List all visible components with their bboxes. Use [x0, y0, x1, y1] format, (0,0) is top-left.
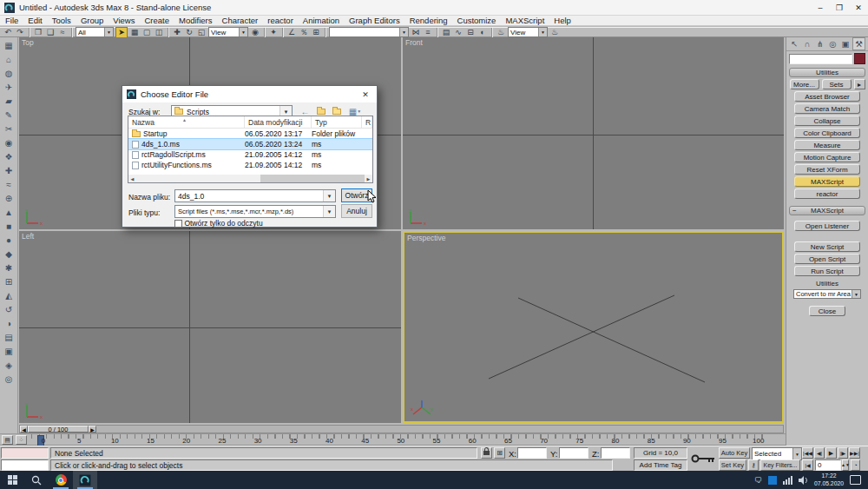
left-toolbar-icon[interactable]: ✈: [2, 81, 16, 94]
rectangular-selection-icon[interactable]: ▢: [141, 28, 152, 37]
go-to-start-icon[interactable]: |◀◀: [802, 447, 813, 459]
close-utility-button[interactable]: Close: [809, 306, 845, 316]
dropdown-arrow-icon[interactable]: ▼: [792, 448, 801, 459]
column-size[interactable]: R: [362, 116, 372, 128]
left-toolbar-icon[interactable]: ▤: [2, 331, 16, 344]
maxscript-rollout-header[interactable]: −MAXScript: [789, 206, 865, 215]
filename-input[interactable]: 4ds_1.0 ▼: [174, 189, 336, 202]
set-keys-icon[interactable]: ⚷: [748, 459, 759, 471]
time-slider-thumb[interactable]: 0 / 100: [28, 426, 89, 433]
menu-reactor[interactable]: reactor: [267, 16, 293, 25]
z-coordinate-field[interactable]: [601, 447, 630, 459]
column-date-modified[interactable]: Data modyfikacji: [245, 116, 312, 128]
window-crossing-icon[interactable]: ◫: [154, 28, 164, 37]
select-and-link-icon[interactable]: ❐: [33, 28, 43, 37]
left-toolbar-icon[interactable]: ●: [2, 234, 16, 247]
left-toolbar-icon[interactable]: ◉: [2, 136, 16, 149]
viewport-top-label[interactable]: Top: [22, 38, 34, 47]
menu-modifiers[interactable]: Modifiers: [179, 16, 213, 25]
utilities-rollout-header[interactable]: Utilities: [789, 68, 865, 77]
maxscript-utility-dropdown[interactable]: Convert to mr Area Li▼: [793, 289, 861, 299]
select-object-icon[interactable]: ➤: [115, 27, 128, 38]
align-icon[interactable]: ≡: [423, 28, 433, 37]
scrollbar-thumb[interactable]: [260, 175, 365, 182]
select-and-move-icon[interactable]: ✚: [172, 28, 182, 37]
menu-help[interactable]: Help: [554, 16, 571, 25]
current-frame-field[interactable]: 0: [815, 459, 841, 471]
modify-tab-icon[interactable]: ∩: [801, 38, 812, 50]
menu-tools[interactable]: Tools: [52, 16, 71, 25]
show-keys-button[interactable]: ⁘: [16, 435, 27, 445]
auto-key-button[interactable]: Auto Key: [719, 447, 750, 459]
left-toolbar-icon[interactable]: ✱: [2, 261, 16, 274]
redo-icon[interactable]: ↷: [15, 28, 25, 37]
go-to-end-icon[interactable]: ▶▶|: [849, 447, 860, 459]
menu-rendering[interactable]: Rendering: [410, 16, 448, 25]
left-toolbar-icon[interactable]: ▣: [2, 345, 16, 358]
angle-snap-icon[interactable]: ％: [299, 28, 309, 37]
mini-listener-macro-line[interactable]: [1, 447, 49, 459]
menu-animation[interactable]: Animation: [303, 16, 339, 25]
left-toolbar-icon[interactable]: ❖: [2, 150, 16, 163]
left-toolbar-icon[interactable]: ▲: [2, 206, 16, 219]
readonly-checkbox[interactable]: Otwórz tylko do odczytu: [174, 219, 263, 228]
viewport-left-label[interactable]: Left: [22, 232, 34, 241]
select-and-scale-icon[interactable]: ◱: [196, 28, 207, 37]
unlink-selection-icon[interactable]: ❑: [45, 28, 56, 37]
column-name[interactable]: Nazwa: [128, 116, 245, 128]
hierarchy-tab-icon[interactable]: ⋔: [814, 38, 825, 50]
viewport-front-label[interactable]: Front: [405, 38, 423, 47]
undo-icon[interactable]: ↶: [3, 28, 13, 37]
menu-character[interactable]: Character: [222, 16, 259, 25]
scroll-left-icon[interactable]: ◀: [128, 175, 136, 182]
utility-maxscript-button[interactable]: MAXScript: [794, 176, 860, 187]
dropdown-arrow-icon[interactable]: ▼: [852, 290, 860, 298]
viewport-left[interactable]: Left xy: [19, 231, 401, 423]
column-type[interactable]: Typ: [312, 116, 362, 128]
select-by-name-icon[interactable]: ▦: [129, 28, 140, 37]
previous-frame-arrow-icon[interactable]: ◀: [20, 426, 28, 433]
material-editor-icon[interactable]: ◐: [477, 28, 488, 37]
create-tab-icon[interactable]: ↖: [789, 38, 800, 50]
schematic-view-icon[interactable]: ⊟: [465, 28, 476, 37]
utility-asset-browser-button[interactable]: Asset Browser: [794, 91, 860, 102]
action-center-icon[interactable]: [850, 475, 861, 485]
open-listener-button[interactable]: Open Listener: [794, 221, 860, 231]
set-key-button[interactable]: Set Key: [719, 459, 746, 471]
object-color-swatch[interactable]: [854, 53, 865, 64]
menu-file[interactable]: File: [5, 16, 18, 25]
named-selection-sets-dropdown[interactable]: ▼: [329, 27, 409, 37]
previous-frame-icon[interactable]: ◀|: [814, 447, 825, 459]
menu-create[interactable]: Create: [144, 16, 169, 25]
collapse-rollout-icon[interactable]: −: [792, 207, 797, 215]
left-toolbar-icon[interactable]: ▦: [2, 39, 16, 52]
volume-icon[interactable]: [799, 476, 808, 485]
menu-group[interactable]: Group: [81, 16, 103, 25]
menu-edit[interactable]: Edit: [28, 16, 42, 25]
menu-maxscript[interactable]: MAXScript: [505, 16, 544, 25]
mirror-icon[interactable]: ⋈: [411, 28, 421, 37]
display-tab-icon[interactable]: ▣: [839, 38, 851, 50]
left-toolbar-icon[interactable]: ■: [2, 220, 16, 233]
utilities-tab-icon[interactable]: ⚒: [852, 37, 865, 50]
dialog-close-icon[interactable]: ✕: [354, 86, 377, 102]
time-configuration-icon[interactable]: ◔: [851, 459, 860, 471]
left-toolbar-icon[interactable]: ✚: [2, 164, 16, 177]
utility-measure-button[interactable]: Measure: [794, 140, 860, 150]
left-toolbar-icon[interactable]: ≈: [2, 178, 16, 191]
left-toolbar-icon[interactable]: ◆: [2, 248, 16, 261]
utility-motion-capture-button[interactable]: Motion Capture: [794, 152, 860, 162]
utility-collapse-button[interactable]: Collapse: [794, 116, 860, 126]
file-row[interactable]: Startup 06.05.2020 13:17 Folder plików: [128, 129, 372, 139]
search-button[interactable]: [24, 471, 49, 489]
utility-camera-match-button[interactable]: Camera Match: [794, 103, 860, 114]
left-toolbar-icon[interactable]: ◈: [2, 359, 16, 372]
new-script-button[interactable]: New Script: [794, 241, 860, 252]
more-button[interactable]: More...: [790, 79, 819, 89]
start-button[interactable]: [0, 471, 24, 489]
close-button[interactable]: ✕: [849, 1, 868, 15]
reference-coordinate-dropdown[interactable]: View▼: [208, 27, 248, 37]
utility-reactor-button[interactable]: reactor: [794, 188, 860, 199]
key-mode-dropdown[interactable]: Selected▼: [752, 447, 802, 460]
viewport-perspective[interactable]: Perspective xy: [403, 231, 784, 423]
